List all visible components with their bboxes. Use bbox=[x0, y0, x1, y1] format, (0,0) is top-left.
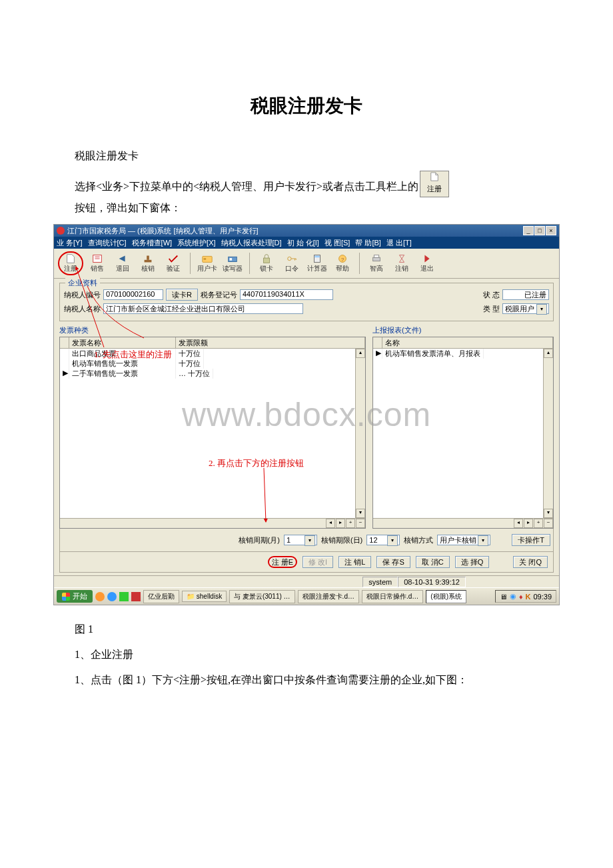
reader-icon bbox=[227, 253, 239, 264]
report-files-grid: 名称 ▶机动车销售发票清单、月报表 ▴▾ ◂▸+− bbox=[372, 337, 554, 529]
tray-icon[interactable]: 🖥 bbox=[500, 593, 507, 601]
cell[interactable]: 出口商品发票 bbox=[69, 349, 176, 359]
toolbar-help-button[interactable]: ?帮助 bbox=[331, 253, 354, 273]
svg-rect-2 bbox=[147, 256, 149, 260]
vertical-scrollbar[interactable]: ▴▾ bbox=[355, 349, 365, 518]
menu-item[interactable]: 税务稽查[W] bbox=[132, 238, 173, 248]
figure-label: 图 1 bbox=[53, 619, 560, 640]
toolbar-validate-button[interactable]: 验证 bbox=[162, 253, 185, 273]
tray-k-icon[interactable]: K bbox=[526, 593, 531, 601]
taxpayer-id-input[interactable]: 070100002160 bbox=[103, 289, 163, 300]
window-close-button[interactable]: × bbox=[546, 226, 556, 235]
svg-rect-1 bbox=[145, 260, 152, 263]
window-max-button[interactable]: □ bbox=[534, 226, 545, 235]
cell[interactable]: 机动车销售统一发票 bbox=[69, 359, 176, 369]
menu-item[interactable]: 帮 助[B] bbox=[355, 238, 381, 248]
quicklaunch-icon[interactable] bbox=[119, 592, 129, 601]
quicklaunch-icon[interactable] bbox=[107, 592, 117, 601]
type-label: 类 型 bbox=[483, 304, 500, 314]
cell[interactable]: … 十万位 bbox=[176, 369, 213, 379]
report-files-title: 上报报表(文件) bbox=[372, 325, 421, 335]
toolbar-sales-button[interactable]: 销售 bbox=[86, 253, 109, 273]
deadline-select[interactable]: 12 bbox=[366, 535, 400, 545]
save-button[interactable]: 保 存S bbox=[376, 556, 410, 568]
toolbar-exit-button[interactable]: 退出 bbox=[416, 253, 438, 273]
start-button[interactable]: 开始 bbox=[57, 590, 93, 603]
status-time: 08-10-31 9:39:12 bbox=[398, 577, 466, 587]
modify-button[interactable]: 修 改I bbox=[303, 556, 333, 568]
select-button[interactable]: 选 择Q bbox=[455, 556, 490, 568]
svg-rect-14 bbox=[374, 255, 378, 258]
taskbar-item[interactable]: 与 麦景云(3011) … bbox=[229, 590, 295, 603]
menu-item[interactable]: 查询统计[C] bbox=[88, 238, 127, 248]
cell[interactable]: 十万位 bbox=[176, 359, 204, 369]
hourglass-icon bbox=[396, 253, 408, 264]
toolbar-print-button[interactable]: 智高 bbox=[365, 253, 388, 273]
taskbar-item[interactable]: 亿业后勤 bbox=[143, 590, 179, 603]
toolbar-return-button[interactable]: 退回 bbox=[111, 253, 134, 273]
toolbar-lockcard-button[interactable]: 锁卡 bbox=[255, 253, 278, 273]
taskbar-item[interactable]: 📁 shelldisk bbox=[182, 591, 227, 602]
toolbar-calculator-button[interactable]: 计算器 bbox=[306, 253, 328, 273]
taxpayer-name-input[interactable]: 江门市新会区金城江经企业进出口有限公司 bbox=[103, 303, 303, 314]
system-tray[interactable]: 🖥 ◉ ♦ K 09:39 bbox=[495, 590, 556, 603]
cell[interactable]: 机动车销售发票清单、月报表 bbox=[382, 349, 484, 359]
horizontal-scrollbar[interactable]: ◂▸+− bbox=[373, 518, 553, 528]
lock-icon bbox=[261, 253, 273, 264]
toolbar-logout-button[interactable]: 注销 bbox=[390, 253, 413, 273]
menu-bar: 业 务[Y] 查询统计[C] 税务稽查[W] 系统维护[X] 纳税人报表处理[D… bbox=[54, 237, 559, 249]
tray-icon[interactable]: ◉ bbox=[510, 592, 516, 601]
card-operation-button[interactable]: 卡操作T bbox=[512, 534, 550, 546]
vertical-scrollbar[interactable]: ▴▾ bbox=[543, 349, 553, 518]
col-report-name[interactable]: 名称 bbox=[382, 337, 553, 348]
quicklaunch-icon[interactable] bbox=[95, 592, 105, 601]
menu-item[interactable]: 业 务[Y] bbox=[57, 238, 83, 248]
row-marker: ▶ bbox=[60, 369, 69, 379]
taskbar-item[interactable]: 税眼注册发卡.d… bbox=[298, 590, 359, 603]
folder-icon: 📁 bbox=[187, 593, 195, 600]
toolbar-password-button[interactable]: 口令 bbox=[281, 253, 303, 273]
method-select[interactable]: 用户卡核销 bbox=[437, 535, 490, 545]
close-button[interactable]: 关 闭Q bbox=[513, 556, 548, 568]
toolbar-label: 退回 bbox=[116, 264, 129, 273]
type-select[interactable]: 税眼用户 bbox=[502, 303, 549, 314]
menu-item[interactable]: 初 始 化[I] bbox=[287, 238, 319, 248]
logout-button[interactable]: 注 销L bbox=[338, 556, 371, 568]
group-title: 企业资料 bbox=[65, 278, 100, 288]
menu-item[interactable]: 纳税人报表处理[D] bbox=[221, 238, 282, 248]
svg-rect-6 bbox=[230, 258, 233, 261]
enterprise-info-group: 企业资料 纳税人编号 070100002160 读卡R 税务登记号 440701… bbox=[59, 283, 554, 321]
toolbar-label: 退出 bbox=[420, 264, 434, 273]
horizontal-scrollbar[interactable]: ◂▸+− bbox=[60, 518, 365, 528]
paragraph-2: 选择<业务>下拉菜单中的<纳税人管理、用户卡发行>或者点击工具栏上的 注册 按钮… bbox=[75, 171, 560, 219]
read-card-button[interactable]: 读卡R bbox=[166, 289, 198, 301]
col-invoice-name[interactable]: 发票名称 bbox=[69, 337, 176, 348]
toolbar-usercard-button[interactable]: 用户卡 bbox=[196, 253, 219, 273]
col-invoice-limit[interactable]: 发票限额 bbox=[176, 337, 365, 348]
menu-item[interactable]: 退 出[T] bbox=[386, 238, 412, 248]
back-icon bbox=[117, 253, 129, 264]
deadline-label: 核销期限(日) bbox=[321, 535, 362, 545]
toolbar-separator bbox=[359, 253, 360, 274]
period-select[interactable]: 1 bbox=[284, 535, 317, 545]
status-user: system bbox=[362, 577, 398, 587]
status-label: 状 态 bbox=[483, 290, 500, 300]
toolbar-label: 锁卡 bbox=[260, 264, 273, 273]
menu-item[interactable]: 视 图[S] bbox=[324, 238, 350, 248]
toolbar-register-button[interactable]: 注册 bbox=[58, 251, 83, 275]
tray-icon[interactable]: ♦ bbox=[519, 593, 523, 601]
toolbar: 注册 销售 退回 核销 验证 用户卡 读写器 锁卡 口令 计算器 ?帮助 智高 … bbox=[54, 249, 559, 279]
taskbar-item-label: shelldisk bbox=[197, 593, 222, 600]
toolbar-reader-button[interactable]: 读写器 bbox=[221, 253, 244, 273]
menu-item[interactable]: 系统维护[X] bbox=[177, 238, 215, 248]
window-min-button[interactable]: _ bbox=[523, 226, 534, 235]
register-button[interactable]: 注 册E bbox=[268, 556, 297, 568]
tax-reg-input[interactable]: 44070119034011X bbox=[240, 289, 333, 300]
taskbar-item[interactable]: 税眼日常操作.d… bbox=[362, 590, 423, 603]
taskbar-item-active[interactable]: (税眼)系统 bbox=[426, 590, 466, 603]
cell[interactable]: 十万位 bbox=[176, 349, 204, 359]
cancel-button[interactable]: 取 消C bbox=[416, 556, 450, 568]
quicklaunch-icon[interactable] bbox=[131, 592, 141, 601]
cell[interactable]: 二手车销售统一发票 bbox=[69, 369, 176, 379]
toolbar-verify-button[interactable]: 核销 bbox=[137, 253, 159, 273]
